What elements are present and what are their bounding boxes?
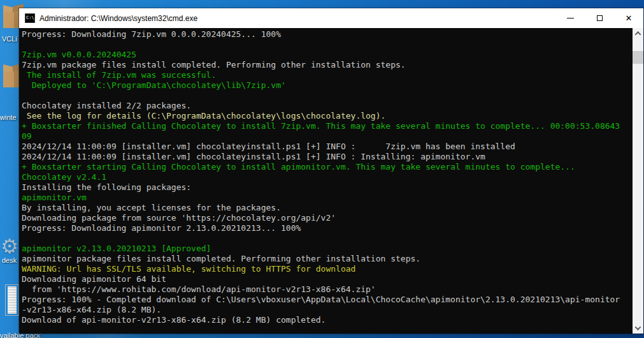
console-line: See the log for details (C:\ProgramData\… [22,111,633,121]
desktop-icon-label[interactable]: desk [2,256,17,264]
notes-file-icon[interactable] [5,284,19,316]
console-line: WARNING: Url has SSL/TLS available, swit… [22,264,633,274]
box-body [3,12,14,28]
console-output[interactable]: Progress: Downloading 7zip.vm 0.0.0.2024… [19,28,633,334]
cmd-window: C:\_ Administrador: C:\Windows\system32\… [19,8,643,334]
console-line: + Boxstarter starting Calling Chocolatey… [22,162,633,172]
window-controls: ✕ [555,8,643,28]
console-line: The install of 7zip.vm was successful. [22,70,633,80]
console-line: Installing the following packages: [22,182,633,193]
desktop-icon-label[interactable]: VCLi [2,35,17,43]
console-line: Progress: 100% - Completed download of C… [22,295,633,305]
console-line: Deployed to 'C:\ProgramData\chocolatey\l… [22,80,633,91]
console-line: apimonitor.vm [22,193,633,203]
close-icon: ✕ [626,14,633,22]
scroll-up-button[interactable] [633,28,643,39]
console-line [22,40,633,50]
console-line: Progress: Downloading 7zip.vm 0.0.0.2024… [22,29,633,40]
cmd-prompt-icon[interactable]: C:\_ [25,13,35,23]
console-line: -v2r13-x86-x64.zip (8.2 MB). [22,305,633,315]
chevron-up-icon [635,31,641,38]
console-line: Progress: Downloading apimonitor 2.13.0.… [22,223,633,233]
console-line [22,233,633,244]
console-line: apimonitor package files install complet… [22,254,633,264]
console-line: 2024/12/14 11:00:09 [installer.vm] choco… [22,152,633,162]
gear-icon[interactable]: ⚙ [1,237,18,256]
console-line: 2024/12/14 11:00:09 [installer.vm] choco… [22,142,633,152]
console-line: apimonitor v2.13.0.20210213 [Approved] [22,244,633,254]
console-line: 7zip.vm v0.0.0.20240425 [22,50,633,60]
console-line: Chocolatey installed 2/2 packages. [22,101,633,111]
console-line: 09 [22,131,633,142]
console-line: from 'https://www.rohitab.com/download/a… [22,284,633,295]
maximize-icon [597,15,603,21]
close-button[interactable]: ✕ [614,8,643,28]
scrollbar-thumb[interactable] [633,51,643,64]
console-line: Downloading apimonitor 64 bit [22,274,633,284]
minimize-button[interactable] [555,8,585,28]
console-line: By installing, you accept licenses for t… [22,203,633,213]
scroll-down-button[interactable] [633,323,643,334]
window-body: Progress: Downloading 7zip.vm 0.0.0.2024… [19,28,643,334]
scrollbar[interactable] [633,28,643,334]
desktop-icon-label[interactable]: winte [0,114,17,121]
console-line: + Boxstarter finished Calling Chocolatey… [22,121,633,131]
console-line [22,91,633,101]
maximize-button[interactable] [585,8,614,28]
desktop: VCLi winte ⚙ desk vailable pack C:\_ Adm… [0,0,644,338]
title-bar[interactable]: C:\_ Administrador: C:\Windows\system32\… [19,8,643,28]
console-line: Download of api-monitor-v2r13-x86-x64.zi… [22,315,633,325]
console-line: Downloading package from source 'https:/… [22,213,633,223]
box-body [3,71,14,87]
minimize-icon [567,18,574,18]
chevron-down-icon [635,324,641,330]
console-line: Chocolatey v2.4.1 [22,172,633,182]
window-title: Administrador: C:\Windows\system32\cmd.e… [39,14,197,23]
console-line: 7zip.vm package files install completed.… [22,60,633,70]
